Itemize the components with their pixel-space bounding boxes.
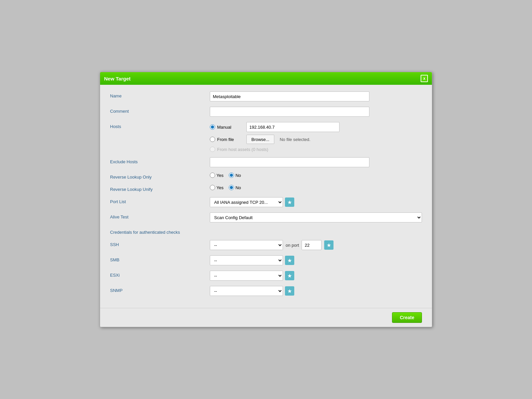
reverse-lookup-only-row: Reverse Lookup Only Yes No bbox=[110, 173, 422, 180]
from-assets-radio bbox=[210, 147, 215, 152]
esxi-row: ESXi -- ★ bbox=[110, 271, 422, 281]
from-assets-radio-label[interactable]: From host assets (0 hosts) bbox=[210, 147, 268, 152]
comment-label: Comment bbox=[110, 107, 210, 114]
name-input[interactable] bbox=[210, 91, 369, 101]
hosts-manual-row: Manual bbox=[210, 122, 422, 132]
ssh-control: -- on port ★ bbox=[210, 240, 422, 250]
ssh-row: SSH -- on port ★ bbox=[110, 240, 422, 250]
snmp-row: SNMP -- ★ bbox=[110, 286, 422, 296]
snmp-star-button[interactable]: ★ bbox=[285, 286, 294, 296]
ssh-label: SSH bbox=[110, 240, 210, 247]
hosts-assets-row: From host assets (0 hosts) bbox=[210, 147, 422, 152]
smb-star-button[interactable]: ★ bbox=[285, 256, 294, 265]
exclude-hosts-input[interactable] bbox=[210, 157, 369, 167]
ssh-star-button[interactable]: ★ bbox=[324, 240, 333, 250]
reverse-lookup-only-label: Reverse Lookup Only bbox=[110, 173, 210, 180]
credentials-label: Credentials for authenticated checks bbox=[110, 228, 210, 235]
rlo-no-label[interactable]: No bbox=[229, 173, 241, 178]
rlu-no-text: No bbox=[235, 185, 241, 190]
smb-label: SMB bbox=[110, 255, 210, 262]
close-button[interactable]: x bbox=[421, 75, 428, 82]
hosts-row: Hosts Manual From file Browse... bbox=[110, 122, 422, 152]
create-button[interactable]: Create bbox=[392, 312, 422, 323]
manual-radio-label[interactable]: Manual bbox=[210, 124, 243, 130]
from-assets-label: From host assets (0 hosts) bbox=[217, 147, 268, 152]
credentials-header-row: Credentials for authenticated checks bbox=[110, 228, 422, 235]
smb-control: -- ★ bbox=[210, 255, 422, 265]
exclude-hosts-label: Exclude Hosts bbox=[110, 157, 210, 164]
rlo-yes-radio[interactable] bbox=[210, 173, 215, 178]
snmp-label: SNMP bbox=[110, 286, 210, 293]
comment-control bbox=[210, 107, 422, 117]
dialog-title: New Target bbox=[104, 76, 131, 81]
name-label: Name bbox=[110, 91, 210, 98]
exclude-hosts-row: Exclude Hosts bbox=[110, 157, 422, 167]
on-port-label: on port bbox=[286, 243, 299, 248]
esxi-group: -- ★ bbox=[210, 271, 422, 281]
reverse-lookup-unify-label: Reverse Lookup Unify bbox=[110, 185, 210, 192]
port-list-label: Port List bbox=[110, 197, 210, 204]
smb-select[interactable]: -- bbox=[210, 255, 283, 265]
comment-input[interactable] bbox=[210, 107, 369, 117]
port-list-group: All IANA assigned TCP 20... ★ bbox=[210, 197, 422, 207]
rlu-no-radio[interactable] bbox=[229, 185, 234, 190]
rlo-no-radio[interactable] bbox=[229, 173, 234, 178]
esxi-control: -- ★ bbox=[210, 271, 422, 281]
from-file-radio[interactable] bbox=[210, 137, 215, 142]
ssh-group: -- on port ★ bbox=[210, 240, 422, 250]
port-list-select[interactable]: All IANA assigned TCP 20... bbox=[210, 197, 283, 207]
browse-button[interactable]: Browse... bbox=[246, 135, 274, 144]
from-file-radio-label[interactable]: From file bbox=[210, 137, 243, 142]
rlu-yes-text: Yes bbox=[216, 185, 223, 190]
snmp-control: -- ★ bbox=[210, 286, 422, 296]
alive-test-label: Alive Test bbox=[110, 212, 210, 219]
manual-label: Manual bbox=[217, 125, 231, 130]
hosts-control: Manual From file Browse... No file selec… bbox=[210, 122, 422, 152]
port-list-control: All IANA assigned TCP 20... ★ bbox=[210, 197, 422, 207]
esxi-select[interactable]: -- bbox=[210, 271, 283, 281]
name-row: Name bbox=[110, 91, 422, 101]
new-target-dialog: New Target x Name Comment Hosts bbox=[100, 72, 432, 327]
ssh-select[interactable]: -- bbox=[210, 240, 283, 250]
exclude-hosts-control bbox=[210, 157, 422, 167]
manual-radio[interactable] bbox=[210, 124, 215, 130]
alive-test-select[interactable]: Scan Config Default bbox=[210, 212, 422, 222]
esxi-label: ESXi bbox=[110, 271, 210, 278]
alive-test-row: Alive Test Scan Config Default bbox=[110, 212, 422, 222]
alive-test-control: Scan Config Default bbox=[210, 212, 422, 222]
rlo-no-text: No bbox=[235, 173, 241, 178]
name-control bbox=[210, 91, 422, 101]
snmp-select[interactable]: -- bbox=[210, 286, 283, 296]
hosts-label: Hosts bbox=[110, 122, 210, 129]
dialog-footer: Create bbox=[100, 308, 432, 327]
snmp-group: -- ★ bbox=[210, 286, 422, 296]
rlu-no-label[interactable]: No bbox=[229, 185, 241, 190]
reverse-lookup-only-control: Yes No bbox=[210, 173, 422, 178]
rlo-yes-text: Yes bbox=[216, 173, 223, 178]
esxi-star-button[interactable]: ★ bbox=[285, 271, 294, 280]
reverse-lookup-unify-control: Yes No bbox=[210, 185, 422, 190]
smb-row: SMB -- ★ bbox=[110, 255, 422, 265]
comment-row: Comment bbox=[110, 107, 422, 117]
hosts-file-row: From file Browse... No file selected. bbox=[210, 135, 422, 144]
port-list-star-button[interactable]: ★ bbox=[285, 198, 294, 207]
rlo-yes-label[interactable]: Yes bbox=[210, 173, 223, 178]
port-list-row: Port List All IANA assigned TCP 20... ★ bbox=[110, 197, 422, 207]
ssh-port-input[interactable] bbox=[302, 240, 322, 250]
no-file-text: No file selected. bbox=[280, 137, 311, 142]
dialog-body: Name Comment Hosts Manual bbox=[100, 85, 432, 308]
rlu-yes-radio[interactable] bbox=[210, 185, 215, 190]
reverse-lookup-unify-row: Reverse Lookup Unify Yes No bbox=[110, 185, 422, 192]
reverse-lookup-unify-group: Yes No bbox=[210, 185, 422, 190]
from-file-label: From file bbox=[217, 137, 234, 142]
reverse-lookup-only-group: Yes No bbox=[210, 173, 422, 178]
manual-ip-input[interactable] bbox=[246, 122, 339, 132]
dialog-header: New Target x bbox=[100, 72, 432, 85]
smb-group: -- ★ bbox=[210, 255, 422, 265]
rlu-yes-label[interactable]: Yes bbox=[210, 185, 223, 190]
